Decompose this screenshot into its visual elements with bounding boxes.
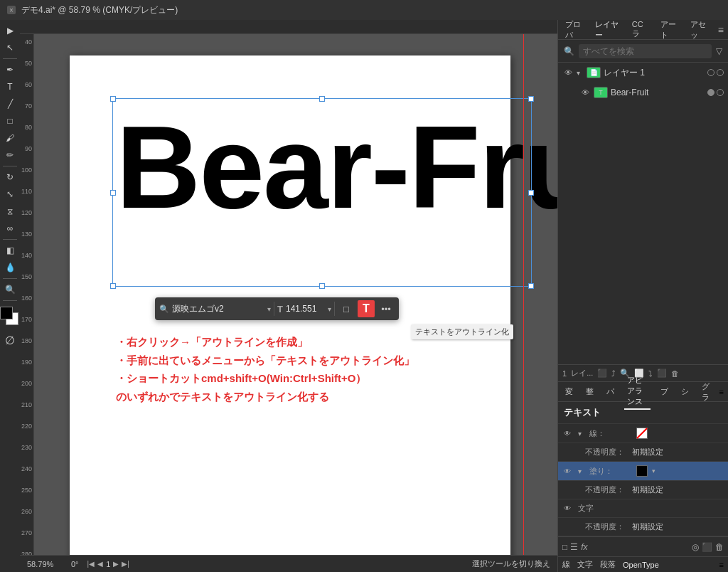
tool-paintbrush[interactable]: 🖌 xyxy=(2,130,18,146)
statusbar: 58.79% 0° |◀ ◀ 1 ▶ ▶| 選択ツールを切り換え xyxy=(20,555,557,572)
stroke-visibility[interactable]: 👁 xyxy=(564,430,574,438)
layer-item-1[interactable]: 👁 ▾ 📄 レイヤー 1 xyxy=(558,63,728,83)
char-visibility[interactable]: 👁 xyxy=(564,504,574,512)
handle-top-right[interactable] xyxy=(528,96,534,102)
tool-scale[interactable]: ⤡ xyxy=(2,186,18,202)
layer-bottom-icon-8[interactable]: ⬛ xyxy=(657,369,667,378)
handle-middle-right[interactable] xyxy=(528,190,534,196)
layer-lock-2[interactable] xyxy=(717,89,724,96)
footer-tab-stroke[interactable]: 線 xyxy=(562,559,570,570)
atab-symbols[interactable]: シ xyxy=(678,385,692,398)
tool-pencil[interactable]: ✏ xyxy=(2,147,18,163)
tab-cc-libraries[interactable]: CC ラ xyxy=(629,20,652,41)
atab-brushes[interactable]: ブ xyxy=(658,385,671,398)
footer-tabs: 線 文字 段落 OpenType ≡ xyxy=(558,556,728,572)
layer-item-2[interactable]: 👁 T Bear-Fruit xyxy=(558,83,728,102)
appearance-stroke-row: 👁 ▾ 線： xyxy=(558,424,728,443)
layer-bottom-icon-2[interactable]: レイ... xyxy=(571,368,593,378)
stroke-color-swatch[interactable] xyxy=(636,428,648,439)
color-swatches[interactable] xyxy=(0,307,21,328)
tab-art[interactable]: アート xyxy=(658,20,682,42)
nav-first[interactable]: |◀ xyxy=(87,560,95,568)
footer-tab-opentype[interactable]: OpenType xyxy=(623,561,659,569)
handle-middle-left[interactable] xyxy=(110,190,116,196)
expand-arrow-1[interactable]: ▾ xyxy=(577,69,584,77)
tool-color-none[interactable]: ∅ xyxy=(2,332,18,348)
appearance-icon-2[interactable]: ☰ xyxy=(570,542,578,552)
atab-appearance[interactable]: アピアランス xyxy=(624,374,651,410)
layers-search-input[interactable] xyxy=(579,44,712,58)
handle-bottom-right[interactable] xyxy=(528,283,534,289)
text-outline-button[interactable]: T xyxy=(358,300,375,317)
visibility-toggle-1[interactable]: 👁 xyxy=(562,68,574,77)
handle-bottom-left[interactable] xyxy=(110,283,116,289)
layers-search-bar: 🔍 ▽ xyxy=(558,40,728,63)
nav-next[interactable]: ▶ xyxy=(113,560,119,568)
close-button[interactable]: × xyxy=(7,6,16,14)
layer-bottom-icon-3[interactable]: ⬛ xyxy=(597,369,607,378)
atab-transform[interactable]: 変 xyxy=(562,385,576,398)
tool-line[interactable]: ╱ xyxy=(2,96,18,112)
text-frame-icon[interactable]: □ xyxy=(338,300,355,317)
footer-tab-paragraph[interactable]: 段落 xyxy=(600,559,616,570)
appearance-icon-5[interactable]: ⬛ xyxy=(702,542,712,552)
layer-bottom-icon-9[interactable]: 🗑 xyxy=(671,369,679,378)
layer-lock-1[interactable] xyxy=(717,69,724,76)
tool-direct-select[interactable]: ↖ xyxy=(2,40,18,55)
nav-prev[interactable]: ◀ xyxy=(97,560,103,568)
title-text: デモ4.ai* @ 58.79 % (CMYK/プレビュー) xyxy=(21,4,178,16)
atab-graphic-styles[interactable]: グラ xyxy=(699,380,712,404)
handle-top-left[interactable] xyxy=(110,96,116,102)
tool-blend[interactable]: ∞ xyxy=(2,221,18,236)
tool-pen[interactable]: ✒ xyxy=(2,62,18,78)
appearance-icon-4[interactable]: ◎ xyxy=(692,542,699,552)
appearance-menu-icon[interactable]: ≡ xyxy=(719,388,724,396)
tool-zoom[interactable]: 🔍 xyxy=(2,282,18,297)
zoom-level[interactable]: 58.79% xyxy=(27,560,63,568)
tab-properties[interactable]: プロパ xyxy=(562,20,587,42)
tool-select[interactable]: ▶ xyxy=(2,23,18,38)
canvas-content[interactable]: Bear-Fruit 🔍 源映エムゴv2 ▾ T 141.551 ▾ □ T xyxy=(34,34,557,555)
font-name-display[interactable]: 源映エムゴv2 xyxy=(172,303,264,315)
stroke-opacity-label: 不透明度： xyxy=(585,447,628,457)
appearance-fill-row: 👁 ▾ 塗り： ▾ xyxy=(558,462,728,481)
layers-search-icon: 🔍 xyxy=(564,46,574,56)
tool-type[interactable]: T xyxy=(2,79,18,95)
more-options-button[interactable]: ••• xyxy=(378,300,395,317)
layers-filter-icon[interactable]: ▽ xyxy=(716,46,722,56)
fill-color-swatch[interactable] xyxy=(636,465,648,477)
atab-pathfinder[interactable]: パ xyxy=(604,385,617,398)
tool-eyedropper[interactable]: 💧 xyxy=(2,260,18,275)
tool-rect[interactable]: □ xyxy=(2,113,18,129)
layer-bottom-icon-4[interactable]: ⤴ xyxy=(611,369,616,378)
tab-layers[interactable]: レイヤー xyxy=(592,20,623,42)
appearance-icon-1[interactable]: □ xyxy=(562,542,567,552)
char-opacity-label: 不透明度： xyxy=(585,521,628,532)
appearance-icon-6[interactable]: 🗑 xyxy=(715,542,724,552)
nav-last[interactable]: ▶| xyxy=(122,560,129,568)
tool-gradient[interactable]: ◧ xyxy=(2,243,18,258)
footer-menu-icon[interactable]: ≡ xyxy=(719,561,724,569)
layer-dot-2[interactable] xyxy=(707,89,714,96)
font-dropdown-arrow[interactable]: ▾ xyxy=(267,305,271,313)
appearance-fx-icon[interactable]: fx xyxy=(581,542,587,552)
tool-shear[interactable]: ⧖ xyxy=(2,203,18,219)
font-size-value[interactable]: 141.551 xyxy=(286,304,325,314)
annotation-line-4: のいずれかでテキストをアウトライン化する xyxy=(116,391,542,404)
handle-bottom-center[interactable] xyxy=(319,283,325,289)
tool-rotate[interactable]: ↻ xyxy=(2,169,18,185)
panel-menu-icon[interactable]: ≡ xyxy=(718,24,724,36)
layer-dot-1[interactable] xyxy=(707,69,714,76)
fill-expand[interactable]: ▾ xyxy=(578,467,585,475)
visibility-toggle-2[interactable]: 👁 xyxy=(579,88,591,97)
atab-align[interactable]: 整 xyxy=(583,385,596,398)
stroke-expand[interactable]: ▾ xyxy=(578,430,585,438)
fill-visibility[interactable]: 👁 xyxy=(564,467,574,475)
tab-assets[interactable]: アセッ xyxy=(687,20,712,42)
footer-tab-character[interactable]: 文字 xyxy=(577,559,593,570)
fill-dropdown-arrow[interactable]: ▾ xyxy=(652,467,655,475)
fontsize-dropdown-arrow[interactable]: ▾ xyxy=(328,305,331,313)
layer-name-2: Bear-Fruit xyxy=(611,88,705,97)
handle-top-center[interactable] xyxy=(319,96,325,102)
layer-bottom-icon-1[interactable]: 1 xyxy=(562,369,567,378)
